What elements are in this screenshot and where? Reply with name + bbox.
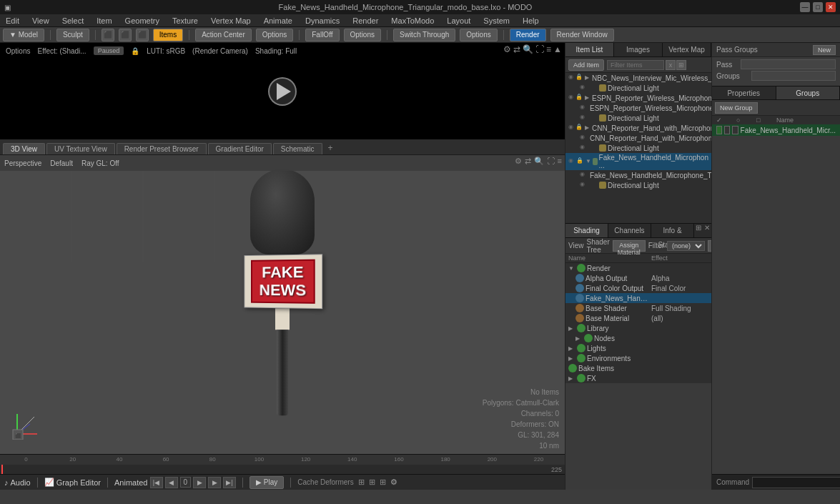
menu-system[interactable]: System xyxy=(480,16,513,25)
viewport-default-label[interactable]: Default xyxy=(50,159,73,167)
menu-help[interactable]: Help xyxy=(520,16,542,25)
viewport-icon-settings[interactable]: ⚙ xyxy=(515,157,522,166)
tab-gradient-editor[interactable]: Gradient Editor xyxy=(208,143,272,154)
tab-vertex-map-list[interactable]: Vertex Map List xyxy=(663,43,711,56)
shader-item-base-material[interactable]: Base Material (all) xyxy=(565,313,711,323)
menu-geometry[interactable]: Geometry xyxy=(122,16,162,25)
viewport-icon-arrows[interactable]: ⇄ xyxy=(525,157,531,166)
tree-item-4[interactable]: ◉ Directional Light xyxy=(565,113,711,123)
preview-icon-close[interactable]: ▲ xyxy=(553,44,562,54)
preview-options-label[interactable]: Options xyxy=(6,47,30,55)
timeline-bar[interactable]: 225 xyxy=(0,465,565,475)
play-button-transport[interactable]: ▶ Play xyxy=(249,476,284,489)
tab-item-list[interactable]: Item List xyxy=(565,43,614,56)
tree-item-3[interactable]: ◉ ESPN_Reporter_Wireless_Microphone... xyxy=(565,103,711,113)
shader-item-alpha[interactable]: Alpha Output Alpha xyxy=(565,273,711,283)
menu-render[interactable]: Render xyxy=(350,16,381,25)
tree-item-7[interactable]: ◉ Directional Light xyxy=(565,143,711,153)
tb-icon-1[interactable]: ⬛ xyxy=(102,29,114,41)
tree-item-2[interactable]: ◉ 🔒 ▶ ESPN_Reporter_Wireless_Microphone_… xyxy=(565,93,711,103)
tab-render-preset-browser[interactable]: Render Preset Browser xyxy=(117,143,207,154)
graph-editor-label[interactable]: Graph Editor xyxy=(56,478,101,487)
shader-item-nodes[interactable]: ▶ Nodes xyxy=(565,333,711,343)
transport-prev-frame[interactable]: ◀ xyxy=(165,477,178,488)
tree-item-5[interactable]: ◉ 🔒 ▶ CNN_Reporter_Hand_with_Microphone_… xyxy=(565,123,711,133)
tb-icon-3[interactable]: ⬛ xyxy=(136,29,149,41)
filter-select[interactable]: (none) xyxy=(667,241,705,251)
preview-icon-arrows[interactable]: ⇄ xyxy=(513,44,520,54)
groups-check-0[interactable] xyxy=(716,126,722,134)
tab-groups[interactable]: Groups xyxy=(776,87,841,99)
viewport-icon-zoom[interactable]: 🔍 xyxy=(534,157,544,166)
minimize-button[interactable]: — xyxy=(800,2,810,12)
shader-item-fake-news[interactable]: Fake_News_Handheld_Mic... xyxy=(565,293,711,303)
switch-through-button[interactable]: Switch Through xyxy=(393,29,455,41)
pass-groups-new-button[interactable]: New xyxy=(813,45,836,55)
shading-expand-icon[interactable]: ⊞ xyxy=(694,224,703,237)
maximize-button[interactable]: □ xyxy=(813,2,823,12)
view-label[interactable]: View xyxy=(568,242,584,249)
menu-animate[interactable]: Animate xyxy=(261,16,295,25)
action-center-button[interactable]: Action Center xyxy=(195,29,252,41)
tab-3d-view[interactable]: 3D View xyxy=(3,143,45,154)
groups-input[interactable] xyxy=(751,71,836,81)
shader-tree-label[interactable]: Shader Tree xyxy=(587,238,610,254)
preview-icon-magnify[interactable]: 🔍 xyxy=(523,44,533,54)
items-button[interactable]: Items xyxy=(153,29,183,41)
mode-model-button[interactable]: ▼ Model xyxy=(3,29,44,41)
menu-edit[interactable]: Edit xyxy=(3,16,22,25)
groups-check3-0[interactable] xyxy=(732,126,738,134)
new-group-button[interactable]: New Group xyxy=(715,102,758,114)
add-item-button[interactable]: Add Item xyxy=(568,59,604,71)
tree-item-10[interactable]: ◉ Directional Light xyxy=(565,180,711,190)
tab-add-button[interactable]: + xyxy=(324,142,337,154)
transport-prev-end[interactable]: |◀ xyxy=(150,477,163,488)
viewport-icon-menu[interactable]: ≡ xyxy=(558,157,562,166)
timeline-playhead[interactable] xyxy=(1,465,3,475)
tb-icon-2[interactable]: ⬛ xyxy=(119,29,132,41)
menu-dynamics[interactable]: Dynamics xyxy=(302,16,342,25)
render-button[interactable]: Render xyxy=(510,29,546,41)
viewport-icon-expand[interactable]: ⛶ xyxy=(547,157,555,166)
play-button[interactable] xyxy=(268,77,297,106)
groups-check2-0[interactable] xyxy=(724,126,730,134)
preview-icon-settings[interactable]: ⚙ xyxy=(503,44,511,54)
menu-texture[interactable]: Texture xyxy=(169,16,201,25)
shader-item-render[interactable]: ▼ Render xyxy=(565,263,711,273)
tab-uv-texture-view[interactable]: UV Texture View xyxy=(46,143,115,154)
tab-shading[interactable]: Shading xyxy=(565,224,608,237)
tab-schematic[interactable]: Schematic xyxy=(273,143,322,154)
viewport-raygl-label[interactable]: Ray GL: Off xyxy=(81,159,119,167)
vis-icon-2[interactable]: ◉ xyxy=(568,94,573,102)
shader-item-base-shader[interactable]: Base Shader Full Shading xyxy=(565,303,711,313)
filter-btn-1[interactable]: x xyxy=(666,60,676,70)
menu-view[interactable]: View xyxy=(29,16,52,25)
filter-items-input[interactable] xyxy=(607,60,664,70)
transport-settings-icon[interactable]: ⚙ xyxy=(390,478,397,487)
preview-icon-menu[interactable]: ≡ xyxy=(546,44,551,54)
assign-material-button[interactable]: Assign Material xyxy=(613,240,646,252)
options2-button[interactable]: Options xyxy=(344,29,381,41)
command-input[interactable] xyxy=(752,477,840,488)
mode-sculpt-button[interactable]: Sculpt xyxy=(56,29,89,41)
cache-deformers-label[interactable]: Cache Deformers xyxy=(297,478,353,486)
vis-icon-0[interactable]: ◉ xyxy=(568,74,573,82)
menu-maxtomodo[interactable]: MaxToModo xyxy=(388,16,437,25)
transport-next-end[interactable]: ▶| xyxy=(223,477,236,488)
tree-item-6[interactable]: ◉ CNN_Reporter_Hand_with_Microphon... xyxy=(565,133,711,143)
menu-select[interactable]: Select xyxy=(59,16,87,25)
shading-close-icon[interactable]: ✕ xyxy=(703,224,711,237)
tab-images[interactable]: Images xyxy=(614,43,663,56)
shader-item-library[interactable]: ▶ Library xyxy=(565,323,711,333)
tab-info-statistics[interactable]: Info & Statistics xyxy=(651,224,694,237)
shader-item-lights[interactable]: ▶ Lights xyxy=(565,343,711,353)
tab-channels[interactable]: Channels xyxy=(608,224,651,237)
options1-button[interactable]: Options xyxy=(256,29,293,41)
options3-button[interactable]: Options xyxy=(460,29,497,41)
tree-item-0[interactable]: ◉ 🔒 ▶ NBC_News_Interview_Mic_Wireless_S.… xyxy=(565,73,711,83)
tab-properties[interactable]: Properties xyxy=(712,87,776,99)
vis-icon-8[interactable]: ◉ xyxy=(568,157,574,166)
falloff-button[interactable]: FallOff xyxy=(305,29,339,41)
shader-item-environments[interactable]: ▶ Environments xyxy=(565,353,711,363)
shader-item-final-color[interactable]: Final Color Output Final Color xyxy=(565,283,711,293)
